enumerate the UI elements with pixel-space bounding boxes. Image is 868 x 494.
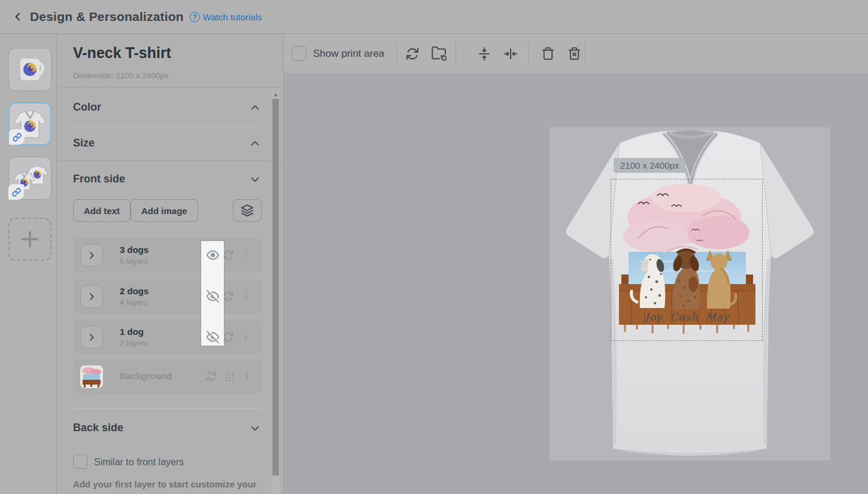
- collapse-color-button[interactable]: [250, 102, 260, 113]
- eye-icon: [207, 249, 219, 261]
- layer-menu-button[interactable]: [239, 289, 253, 303]
- layer-row-1-dog[interactable]: 1 dog 2 layers: [73, 320, 262, 354]
- product-thumb-mug[interactable]: [8, 48, 51, 91]
- back-button[interactable]: [10, 8, 26, 25]
- refresh-icon: [205, 371, 217, 382]
- chevron-left-icon: [13, 12, 23, 22]
- main-area: V-neck T-shirt Dimension: 2100 x 2400px …: [0, 34, 868, 494]
- product-rail: [0, 34, 57, 494]
- product-thumb-vneck-selected[interactable]: [8, 102, 51, 145]
- delete-all-button[interactable]: [566, 34, 582, 73]
- back-side-hint: Add your first layer to start customize …: [73, 479, 257, 489]
- scroll-up-arrow[interactable]: ▲: [272, 92, 280, 97]
- show-print-area-label: Show print area: [313, 48, 384, 60]
- add-text-button[interactable]: Add text: [73, 199, 130, 222]
- layer-info: 3 dogs 6 layers: [120, 244, 148, 266]
- layer-title: 1 dog: [120, 326, 148, 338]
- visibility-toggle-off[interactable]: [206, 330, 219, 343]
- layers-button[interactable]: [233, 199, 262, 222]
- align-vertical-center-button[interactable]: [477, 34, 492, 73]
- panel-scrollbar[interactable]: ▲: [272, 90, 280, 494]
- chevron-right-icon: [87, 292, 96, 301]
- refresh-icon: [223, 331, 234, 343]
- stacked-layers-icon: [241, 204, 254, 217]
- layer-menu-button[interactable]: [241, 370, 254, 383]
- section-size[interactable]: Size: [73, 137, 95, 150]
- divider: [57, 87, 283, 88]
- expand-layer-button[interactable]: [80, 244, 103, 267]
- product-thumb-front-back[interactable]: [8, 157, 51, 200]
- layer-menu-button[interactable]: [239, 330, 253, 343]
- watch-tutorials-link[interactable]: ? Watch tutorials: [190, 12, 262, 22]
- divider: [57, 160, 283, 161]
- canvas-body[interactable]: Joy Cash May 2100 x 2400px: [284, 73, 868, 494]
- plus-icon: [19, 228, 41, 250]
- add-image-button[interactable]: Add image: [130, 199, 198, 222]
- similar-to-front-checkbox[interactable]: [73, 455, 87, 469]
- layer-count: 6 layers: [120, 256, 148, 266]
- print-area-outline[interactable]: [611, 179, 763, 341]
- visibility-toggle-off[interactable]: [206, 289, 219, 303]
- layer-count: 4 layers: [120, 297, 148, 307]
- chain-link-icon: [12, 188, 21, 197]
- toolbar-divider: [585, 42, 585, 66]
- chain-link-icon: [13, 133, 22, 142]
- reset-design-button[interactable]: [405, 34, 420, 73]
- folder-refresh-icon: [431, 45, 447, 62]
- header-bar: Design & Personalization ? Watch tutoria…: [0, 0, 868, 34]
- replace-image-button[interactable]: [431, 34, 447, 73]
- layer-row-background[interactable]: Background: [73, 359, 262, 394]
- background-layer-thumbnail: [80, 365, 103, 388]
- chevron-right-icon: [87, 333, 96, 342]
- visibility-toggle-on[interactable]: [206, 248, 219, 261]
- eye-off-icon: [207, 331, 219, 343]
- background-thumbnail-image: [80, 365, 103, 388]
- align-horizontal-center-button[interactable]: [503, 34, 518, 73]
- watch-tutorials-label: Watch tutorials: [203, 12, 262, 22]
- expand-layer-button[interactable]: [80, 326, 103, 349]
- expand-front-side-button[interactable]: [250, 174, 260, 185]
- toolbar-divider: [456, 42, 456, 66]
- expand-layer-button[interactable]: [80, 285, 103, 308]
- trash-x-icon: [567, 47, 581, 60]
- show-print-area-control: Show print area: [292, 34, 384, 73]
- refresh-icon: [223, 249, 234, 261]
- refresh-icon: [223, 291, 234, 302]
- similar-to-front-label: Similar to front layers: [94, 457, 184, 468]
- section-front-side[interactable]: Front side: [73, 173, 125, 185]
- section-color[interactable]: Color: [73, 101, 101, 114]
- help-icon: ?: [190, 12, 200, 22]
- trash-icon: [541, 47, 555, 60]
- reset-layer-button[interactable]: [204, 370, 217, 383]
- scrollbar-thumb[interactable]: [272, 99, 279, 475]
- add-product-button[interactable]: [8, 218, 51, 261]
- design-panel: V-neck T-shirt Dimension: 2100 x 2400px …: [57, 34, 284, 494]
- vertical-dots-icon: [241, 291, 251, 301]
- canvas-toolbar: Show print area: [284, 34, 868, 73]
- layer-row-2-dogs[interactable]: 2 dogs 4 layers: [73, 279, 262, 313]
- eye-off-icon: [207, 290, 219, 303]
- section-back-side[interactable]: Back side: [73, 422, 123, 434]
- vertical-dots-icon: [242, 371, 252, 381]
- show-print-area-checkbox[interactable]: [292, 46, 306, 61]
- drag-handle[interactable]: [223, 370, 236, 383]
- mug-thumbnail-image: [11, 50, 49, 89]
- align-middle-icon: [477, 47, 491, 61]
- toolbar-divider: [529, 42, 529, 66]
- refresh-icon: [405, 47, 420, 61]
- align-center-icon: [503, 47, 518, 61]
- expand-back-side-button[interactable]: [250, 423, 260, 434]
- layer-row-3-dogs[interactable]: 3 dogs 6 layers: [73, 238, 262, 272]
- collapse-size-button[interactable]: [250, 138, 260, 149]
- design-personalization-app: Design & Personalization ? Watch tutoria…: [0, 0, 868, 494]
- canvas-area: Show print area: [284, 34, 868, 494]
- divider: [73, 408, 262, 409]
- chevron-up-icon: [250, 138, 260, 149]
- layer-title: 3 dogs: [120, 244, 148, 256]
- delete-layer-button[interactable]: [540, 34, 556, 73]
- layer-title: 2 dogs: [120, 285, 148, 297]
- chevron-down-icon: [250, 423, 260, 434]
- layer-menu-button[interactable]: [239, 248, 253, 261]
- vertical-dots-icon: [241, 332, 251, 341]
- toolbar-divider: [396, 42, 397, 66]
